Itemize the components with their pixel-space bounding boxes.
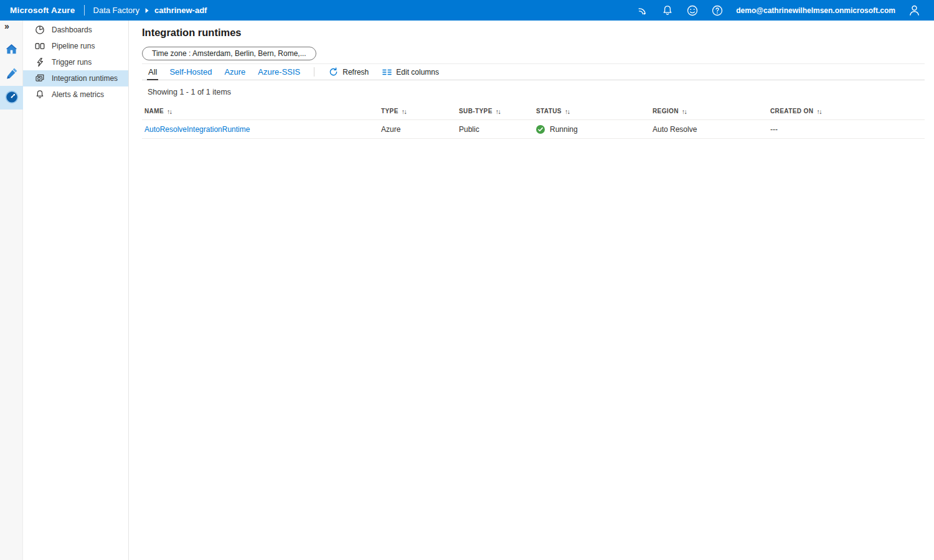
column-header-created-on[interactable]: CREATED ON ↑↓ [770, 108, 925, 115]
showing-count: Showing 1 - 1 of 1 items [148, 88, 934, 96]
column-label: CREATED ON [770, 108, 813, 114]
breadcrumb-chevron-icon [144, 7, 149, 14]
filter-tabs: All Self-Hosted Azure Azure-SSIS [142, 64, 306, 80]
refresh-icon [329, 67, 338, 77]
integration-runtimes-table: NAME ↑↓ TYPE ↑↓ SUB-TYPE ↑↓ STATUS ↑↓ RE… [142, 103, 925, 139]
sort-arrows-icon: ↑↓ [402, 108, 407, 115]
runtime-name-cell: AutoResolveIntegrationRuntime [144, 125, 381, 134]
column-header-name[interactable]: NAME ↑↓ [144, 108, 381, 115]
monitor-gauge-icon [5, 90, 19, 106]
runtime-name-link[interactable]: AutoResolveIntegrationRuntime [144, 125, 250, 134]
runtime-region-cell: Auto Resolve [653, 125, 770, 134]
lightning-icon [35, 57, 45, 67]
main-content: Integration runtimes Time zone : Amsterd… [129, 21, 934, 560]
refresh-label: Refresh [342, 68, 369, 77]
sidebar-item-label: Trigger runs [52, 58, 92, 67]
account-email[interactable]: demo@cathrinewilhelmsen.onmicrosoft.com [736, 6, 895, 15]
running-status-check-icon [536, 125, 545, 134]
tab-azure-ssis[interactable]: Azure-SSIS [252, 64, 306, 80]
column-label: STATUS [536, 108, 562, 114]
topbar-right: demo@cathrinewilhelmsen.onmicrosoft.com [630, 0, 934, 21]
rail-items [0, 39, 22, 110]
sidebar-item-label: Integration runtimes [52, 74, 118, 83]
tab-all[interactable]: All [142, 64, 163, 80]
runtime-created-cell: --- [770, 125, 925, 134]
command-bar: All Self-Hosted Azure Azure-SSIS Refresh [142, 63, 925, 80]
monitor-sidebar: Dashboards Pipeline runs Trigger runs [23, 21, 129, 560]
timezone-filter-pill[interactable]: Time zone : Amsterdam, Berlin, Bern, Rom… [142, 47, 316, 60]
home-nav-button[interactable] [0, 39, 23, 62]
sidebar-item-label: Dashboards [52, 26, 92, 34]
sidebar-item-label: Alerts & metrics [52, 90, 104, 99]
app-body: » [0, 21, 934, 560]
column-header-type[interactable]: TYPE ↑↓ [381, 108, 459, 115]
sidebar-item-dashboards[interactable]: Dashboards [23, 22, 128, 38]
signal-icon[interactable] [630, 0, 655, 21]
sort-arrows-icon: ↑↓ [565, 108, 570, 115]
left-rail: » [0, 21, 23, 560]
breadcrumb-section[interactable]: Data Factory [93, 6, 139, 15]
sort-arrows-icon: ↑↓ [682, 108, 687, 115]
column-label: TYPE [381, 108, 399, 114]
sort-arrows-icon: ↑↓ [496, 108, 501, 115]
monitor-button[interactable] [0, 86, 23, 110]
column-label: REGION [653, 108, 679, 114]
tab-azure[interactable]: Azure [218, 64, 252, 80]
donut-chart-icon [35, 25, 45, 35]
topbar-divider [84, 5, 85, 16]
table-row: AutoResolveIntegrationRuntime Azure Publ… [142, 120, 925, 139]
tab-self-hosted[interactable]: Self-Hosted [163, 64, 218, 80]
notifications-bell-icon[interactable] [655, 0, 680, 21]
column-label: SUB-TYPE [459, 108, 493, 114]
edit-columns-label: Edit columns [396, 68, 439, 77]
bell-icon [35, 90, 45, 100]
command-bar-divider [314, 67, 314, 77]
sidebar-item-label: Pipeline runs [52, 42, 95, 50]
edit-columns-icon [382, 68, 392, 76]
page-title: Integration runtimes [142, 27, 934, 39]
azure-brand[interactable]: Microsoft Azure [10, 6, 75, 15]
topbar-left: Microsoft Azure Data Factory cathrinew-a… [0, 0, 207, 21]
sidebar-item-trigger-runs[interactable]: Trigger runs [23, 54, 128, 70]
breadcrumb-resource[interactable]: cathrinew-adf [154, 6, 207, 15]
runtime-type-cell: Azure [381, 125, 459, 134]
author-pencil-icon [6, 67, 18, 82]
sort-arrows-icon: ↑↓ [167, 108, 172, 115]
status-label: Running [550, 125, 578, 134]
sort-arrows-icon: ↑↓ [816, 108, 821, 115]
edit-columns-button[interactable]: Edit columns [375, 64, 446, 80]
sidebar-item-integration-runtimes[interactable]: Integration runtimes [23, 70, 128, 86]
column-header-status[interactable]: STATUS ↑↓ [536, 108, 653, 115]
author-button[interactable] [0, 62, 23, 86]
feedback-smiley-icon[interactable] [680, 0, 705, 21]
pipeline-icon [35, 41, 45, 51]
column-header-region[interactable]: REGION ↑↓ [653, 108, 770, 115]
column-label: NAME [144, 108, 164, 114]
home-icon [5, 43, 18, 58]
table-header-row: NAME ↑↓ TYPE ↑↓ SUB-TYPE ↑↓ STATUS ↑↓ RE… [142, 103, 925, 120]
runtime-status-cell: Running [536, 125, 653, 134]
help-icon[interactable] [705, 0, 730, 21]
runtime-subtype-cell: Public [459, 125, 536, 134]
refresh-button[interactable]: Refresh [322, 64, 375, 80]
account-person-icon[interactable] [902, 0, 927, 21]
sidebar-item-alerts-metrics[interactable]: Alerts & metrics [23, 86, 128, 103]
integration-runtime-icon [35, 73, 45, 83]
sidebar-item-pipeline-runs[interactable]: Pipeline runs [23, 38, 128, 54]
column-header-sub-type[interactable]: SUB-TYPE ↑↓ [459, 108, 536, 115]
expand-rail-chevrons-icon[interactable]: » [4, 21, 9, 31]
top-bar: Microsoft Azure Data Factory cathrinew-a… [0, 0, 934, 21]
